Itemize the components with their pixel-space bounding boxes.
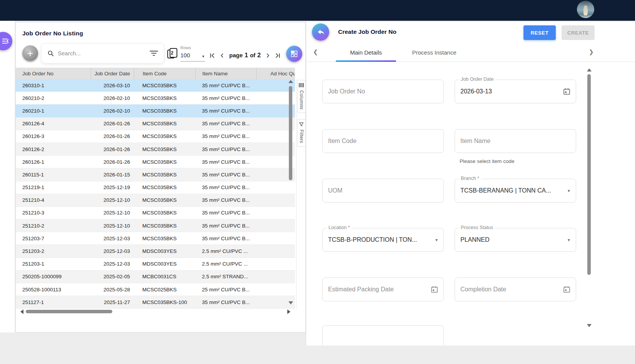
tab-main-details[interactable]: Main Details <box>336 43 396 61</box>
table-row[interactable]: 260126-32026-01-26MCSC035BKS35 mm² CU/PV… <box>16 130 295 143</box>
scroll-right-arrow[interactable] <box>287 309 290 314</box>
horizontal-scroll-thumb[interactable] <box>26 310 112 313</box>
next-page-button[interactable] <box>265 52 271 59</box>
branch-value: TCSB-BERANANG | TONN CA... <box>460 187 551 194</box>
scroll-up-arrow[interactable] <box>288 80 293 83</box>
job-order-no-field[interactable]: Job Order No <box>322 80 444 103</box>
back-arrow-icon <box>317 28 325 37</box>
search-input[interactable] <box>58 50 146 57</box>
item-name-helper-text: Please select item code <box>460 158 515 164</box>
calendar-icon[interactable] <box>563 286 571 294</box>
create-job-order-panel: Create Job Order No RESET CREATE ❮ Main … <box>306 22 635 346</box>
page-view-button[interactable]: 2 <box>167 48 178 59</box>
tabs-scroll-right-chevron[interactable]: ❯ <box>589 48 594 55</box>
branch-select[interactable]: Branch * TCSB-BERANANG | TONN CA... ▼ <box>455 179 576 203</box>
rows-per-page-select[interactable]: Rows 100 ▼ <box>180 45 205 61</box>
form-vertical-scrollbar[interactable] <box>587 68 592 330</box>
table-row[interactable]: 251219-12025-12-19MCSC035BKS35 mm² CU/PV… <box>16 181 295 194</box>
page-indicator: page1of2 <box>229 52 261 59</box>
back-button[interactable] <box>312 23 329 41</box>
filters-tool-button[interactable]: Filters <box>297 119 306 146</box>
collapsed-sidebar <box>0 21 15 332</box>
item-name-field[interactable]: Item Name <box>455 129 576 153</box>
table-row[interactable]: 250528-10001132025-05-28MCSC025BKS25 mm²… <box>16 283 295 296</box>
table-side-tools: Columns Filters <box>296 79 306 309</box>
scroll-up-arrow[interactable] <box>587 68 592 71</box>
add-job-order-button[interactable]: + <box>22 45 38 61</box>
uom-placeholder: UOM <box>328 187 342 194</box>
table-horizontal-scrollbar[interactable] <box>20 309 290 314</box>
table-body: 260310-12026-03-10MCSC035BKS35 mm² CU/PV… <box>16 79 295 309</box>
uom-field[interactable]: UOM <box>322 179 444 203</box>
vertical-scroll-thumb[interactable] <box>289 86 292 180</box>
table-row[interactable]: 260126-22026-01-26MCSC035BKS35 mm² CU/PV… <box>16 143 295 156</box>
process-status-value: PLANNED <box>460 236 490 243</box>
filter-funnel-icon <box>299 122 304 127</box>
table-row[interactable]: 260126-42026-01-26MCSC035BKS35 mm² CU/PV… <box>16 118 295 130</box>
search-icon <box>47 50 54 57</box>
table-row[interactable]: 251203-12025-12-03MDSC003YES2.5 mm² CU/P… <box>16 258 295 271</box>
create-button[interactable]: CREATE <box>562 25 595 40</box>
rows-label: Rows <box>180 45 205 50</box>
last-page-button[interactable] <box>274 52 281 59</box>
process-status-label: Process Status <box>459 225 495 230</box>
tab-process-instance[interactable]: Process Instance <box>403 43 465 61</box>
column-header-item-code[interactable]: Item Code <box>134 68 195 79</box>
job-order-date-field[interactable]: Job Order Date 2026-03-13 <box>455 80 576 103</box>
first-page-button[interactable] <box>209 52 216 59</box>
scroll-left-arrow[interactable] <box>20 309 23 314</box>
table-row[interactable]: 260126-12026-01-26MCSC035BKS35 mm² CU/PV… <box>16 156 295 168</box>
listing-title: Job Order No Listing <box>22 30 83 37</box>
location-value: TCSB-B-PRODUCTION | TON... <box>328 236 417 243</box>
calendar-icon[interactable] <box>563 88 571 96</box>
reset-button[interactable]: RESET <box>523 25 556 40</box>
column-header-ad-hoc-qty[interactable]: Ad Hoc Qua <box>256 68 295 79</box>
table-row[interactable]: 260210-12026-02-10MCSC035BKS35 mm² CU/PV… <box>16 105 295 117</box>
caret-down-icon[interactable]: ▼ <box>435 238 438 242</box>
calendar-icon[interactable] <box>430 286 438 294</box>
caret-down-icon: ▼ <box>202 55 205 58</box>
table-row[interactable]: 250205-10000992025-02-05MCBC0031CS2.5 mm… <box>16 271 295 283</box>
user-avatar[interactable] <box>577 1 594 18</box>
process-status-select[interactable]: Process Status PLANNED ▼ <box>455 228 576 252</box>
item-name-placeholder: Item Name <box>460 138 490 145</box>
scroll-down-arrow[interactable] <box>288 301 293 304</box>
clipped-next-field[interactable] <box>322 325 444 346</box>
column-header-job-order-date[interactable]: Job Order Date <box>91 68 134 79</box>
table-vertical-scrollbar[interactable] <box>288 80 293 309</box>
table-row[interactable]: 260310-12026-03-10MCSC035BKS35 mm² CU/PV… <box>16 79 295 92</box>
item-code-placeholder: Item Code <box>328 138 357 145</box>
table-row[interactable]: 251203-72025-12-03MCSC035BKS35 mm² CU/PV… <box>16 232 295 245</box>
table-row[interactable]: 251210-42025-12-10MCSC035BKS35 mm² CU/PV… <box>16 194 295 207</box>
column-header-item-name[interactable]: Item Name <box>195 68 256 79</box>
table-row[interactable]: 260210-22026-02-10MCSC035BKS35 mm² CU/PV… <box>16 92 295 105</box>
vertical-scroll-thumb[interactable] <box>587 74 591 275</box>
table-row[interactable]: 251210-32025-12-10MCSC035BKS35 mm² CU/PV… <box>16 207 295 219</box>
table-row[interactable]: 260115-12026-01-15MCSC035BKS35 mm² CU/PV… <box>16 168 295 181</box>
table-row[interactable]: 251210-22025-12-10MCSC035BKS35 mm² CU/PV… <box>16 219 295 232</box>
caret-down-icon[interactable]: ▼ <box>567 238 571 242</box>
filter-lines-icon[interactable] <box>150 50 158 56</box>
layout-grid-button[interactable] <box>286 46 302 62</box>
table-row[interactable]: 251127-12025-11-27MCSC035BKS-10035 mm² C… <box>16 296 295 309</box>
application-window: Job Order No Listing + 2 <box>0 0 635 364</box>
job-order-date-label: Job Order Date <box>459 76 495 82</box>
columns-tool-button[interactable]: Columns <box>297 80 306 113</box>
active-tab-indicator <box>336 60 396 62</box>
columns-icon <box>299 83 304 88</box>
item-code-field[interactable]: Item Code <box>322 129 444 153</box>
completion-date-field[interactable]: Completion Date <box>455 278 576 301</box>
table-row[interactable]: 251203-22025-12-03MDSC003YES2.5 mm² CU/P… <box>16 245 295 258</box>
column-header-job-order-no[interactable]: Job Order No <box>16 68 91 79</box>
table-header: Job Order No Job Order Date Item Code It… <box>16 68 295 79</box>
estimated-packing-date-field[interactable]: Estimated Packing Date <box>322 278 444 301</box>
page-view-count: 2 <box>171 50 173 56</box>
completion-date-placeholder: Completion Date <box>460 286 506 293</box>
job-order-no-placeholder: Job Order No <box>328 88 365 95</box>
tabs-scroll-left-chevron[interactable]: ❮ <box>313 48 318 55</box>
caret-down-icon[interactable]: ▼ <box>567 189 571 193</box>
prev-page-button[interactable] <box>219 52 225 59</box>
scroll-down-arrow[interactable] <box>587 324 592 327</box>
columns-tool-label: Columns <box>299 90 304 110</box>
location-select[interactable]: Location * TCSB-B-PRODUCTION | TON... ▼ <box>322 228 444 252</box>
